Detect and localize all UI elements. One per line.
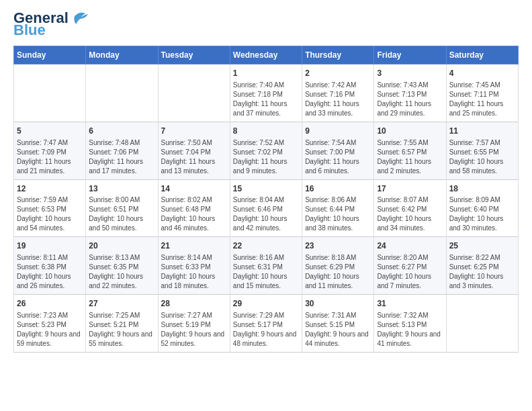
- day-number: 4: [449, 68, 515, 79]
- day-info: Sunrise: 7:55 AM Sunset: 6:57 PM Dayligh…: [377, 138, 443, 176]
- day-number: 24: [377, 240, 443, 252]
- day-info: Sunrise: 7:29 AM Sunset: 5:17 PM Dayligh…: [233, 311, 299, 349]
- day-number: 22: [233, 240, 299, 252]
- day-info: Sunrise: 7:32 AM Sunset: 5:13 PM Dayligh…: [377, 311, 443, 349]
- day-info: Sunrise: 7:43 AM Sunset: 7:13 PM Dayligh…: [377, 81, 443, 118]
- day-number: 1: [233, 68, 299, 79]
- day-cell: [14, 64, 86, 122]
- day-info: Sunrise: 7:23 AM Sunset: 5:23 PM Dayligh…: [17, 311, 83, 349]
- day-cell: 13Sunrise: 8:00 AM Sunset: 6:51 PM Dayli…: [86, 179, 158, 237]
- day-info: Sunrise: 7:54 AM Sunset: 7:00 PM Dayligh…: [305, 138, 371, 176]
- day-number: 21: [161, 240, 227, 252]
- day-info: Sunrise: 7:57 AM Sunset: 6:55 PM Dayligh…: [449, 138, 515, 176]
- day-cell: [158, 64, 230, 122]
- day-number: 26: [17, 298, 83, 310]
- week-row-3: 12Sunrise: 7:59 AM Sunset: 6:53 PM Dayli…: [14, 179, 519, 237]
- day-number: 27: [89, 298, 154, 310]
- day-cell: 29Sunrise: 7:29 AM Sunset: 5:17 PM Dayli…: [230, 295, 302, 353]
- week-row-2: 5Sunrise: 7:47 AM Sunset: 7:09 PM Daylig…: [14, 122, 519, 179]
- day-cell: 6Sunrise: 7:48 AM Sunset: 7:06 PM Daylig…: [86, 122, 158, 179]
- column-header-tuesday: Tuesday: [158, 46, 230, 64]
- day-number: 15: [233, 183, 299, 195]
- day-number: 31: [377, 298, 443, 310]
- day-cell: 8Sunrise: 7:52 AM Sunset: 7:02 PM Daylig…: [230, 122, 302, 179]
- day-cell: 1Sunrise: 7:40 AM Sunset: 7:18 PM Daylig…: [230, 64, 302, 122]
- day-number: 28: [161, 298, 227, 310]
- header-row: SundayMondayTuesdayWednesdayThursdayFrid…: [14, 46, 519, 64]
- day-info: Sunrise: 8:09 AM Sunset: 6:40 PM Dayligh…: [449, 195, 515, 233]
- day-cell: 9Sunrise: 7:54 AM Sunset: 7:00 PM Daylig…: [302, 122, 374, 179]
- day-cell: 18Sunrise: 8:09 AM Sunset: 6:40 PM Dayli…: [446, 179, 518, 237]
- day-cell: 20Sunrise: 8:13 AM Sunset: 6:35 PM Dayli…: [86, 237, 158, 295]
- day-info: Sunrise: 8:16 AM Sunset: 6:31 PM Dayligh…: [233, 253, 299, 291]
- day-number: 19: [17, 240, 83, 252]
- day-cell: 12Sunrise: 7:59 AM Sunset: 6:53 PM Dayli…: [14, 179, 86, 237]
- day-cell: 22Sunrise: 8:16 AM Sunset: 6:31 PM Dayli…: [230, 237, 302, 295]
- day-number: 10: [377, 126, 443, 137]
- day-info: Sunrise: 7:27 AM Sunset: 5:19 PM Dayligh…: [161, 311, 227, 349]
- logo: General Blue: [13, 11, 89, 38]
- day-cell: [446, 295, 518, 353]
- day-info: Sunrise: 8:04 AM Sunset: 6:46 PM Dayligh…: [233, 195, 299, 233]
- column-header-monday: Monday: [86, 46, 158, 64]
- day-cell: 5Sunrise: 7:47 AM Sunset: 7:09 PM Daylig…: [14, 122, 86, 179]
- day-number: 29: [233, 298, 299, 310]
- day-info: Sunrise: 8:20 AM Sunset: 6:27 PM Dayligh…: [377, 253, 443, 291]
- day-number: 6: [89, 126, 154, 137]
- week-row-4: 19Sunrise: 8:11 AM Sunset: 6:38 PM Dayli…: [14, 237, 519, 295]
- day-number: 2: [305, 68, 371, 79]
- day-info: Sunrise: 8:13 AM Sunset: 6:35 PM Dayligh…: [89, 253, 154, 291]
- day-number: 3: [377, 68, 443, 79]
- day-cell: 7Sunrise: 7:50 AM Sunset: 7:04 PM Daylig…: [158, 122, 230, 179]
- day-number: 18: [449, 183, 515, 195]
- column-header-saturday: Saturday: [446, 46, 518, 64]
- day-number: 17: [377, 183, 443, 195]
- logo-blue: Blue: [13, 23, 46, 38]
- day-cell: 21Sunrise: 8:14 AM Sunset: 6:33 PM Dayli…: [158, 237, 230, 295]
- day-info: Sunrise: 8:11 AM Sunset: 6:38 PM Dayligh…: [17, 253, 83, 291]
- day-number: 25: [449, 240, 515, 252]
- day-cell: 25Sunrise: 8:22 AM Sunset: 6:25 PM Dayli…: [446, 237, 518, 295]
- day-number: 20: [89, 240, 154, 252]
- day-cell: 17Sunrise: 8:07 AM Sunset: 6:42 PM Dayli…: [374, 179, 446, 237]
- week-row-1: 1Sunrise: 7:40 AM Sunset: 7:18 PM Daylig…: [14, 64, 519, 122]
- column-header-wednesday: Wednesday: [230, 46, 302, 64]
- day-cell: 27Sunrise: 7:25 AM Sunset: 5:21 PM Dayli…: [86, 295, 158, 353]
- day-info: Sunrise: 7:59 AM Sunset: 6:53 PM Dayligh…: [17, 195, 83, 233]
- day-number: 9: [305, 126, 371, 137]
- week-row-5: 26Sunrise: 7:23 AM Sunset: 5:23 PM Dayli…: [14, 295, 519, 353]
- day-cell: 4Sunrise: 7:45 AM Sunset: 7:11 PM Daylig…: [446, 64, 518, 122]
- day-info: Sunrise: 8:14 AM Sunset: 6:33 PM Dayligh…: [161, 253, 227, 291]
- column-header-sunday: Sunday: [14, 46, 86, 64]
- day-number: 7: [161, 126, 227, 137]
- day-cell: 24Sunrise: 8:20 AM Sunset: 6:27 PM Dayli…: [374, 237, 446, 295]
- column-header-friday: Friday: [374, 46, 446, 64]
- day-cell: 10Sunrise: 7:55 AM Sunset: 6:57 PM Dayli…: [374, 122, 446, 179]
- day-number: 13: [89, 183, 154, 195]
- day-info: Sunrise: 7:52 AM Sunset: 7:02 PM Dayligh…: [233, 138, 299, 176]
- day-number: 11: [449, 126, 515, 137]
- day-info: Sunrise: 7:40 AM Sunset: 7:18 PM Dayligh…: [233, 81, 299, 118]
- day-cell: 28Sunrise: 7:27 AM Sunset: 5:19 PM Dayli…: [158, 295, 230, 353]
- day-info: Sunrise: 8:06 AM Sunset: 6:44 PM Dayligh…: [305, 195, 371, 233]
- day-info: Sunrise: 8:18 AM Sunset: 6:29 PM Dayligh…: [305, 253, 371, 291]
- day-cell: 16Sunrise: 8:06 AM Sunset: 6:44 PM Dayli…: [302, 179, 374, 237]
- day-cell: 2Sunrise: 7:42 AM Sunset: 7:16 PM Daylig…: [302, 64, 374, 122]
- day-cell: 14Sunrise: 8:02 AM Sunset: 6:48 PM Dayli…: [158, 179, 230, 237]
- day-info: Sunrise: 7:47 AM Sunset: 7:09 PM Dayligh…: [17, 138, 83, 176]
- day-number: 16: [305, 183, 371, 195]
- page-header: General Blue: [13, 11, 519, 38]
- calendar-table: SundayMondayTuesdayWednesdayThursdayFrid…: [13, 46, 519, 353]
- day-info: Sunrise: 8:02 AM Sunset: 6:48 PM Dayligh…: [161, 195, 227, 233]
- day-info: Sunrise: 7:50 AM Sunset: 7:04 PM Dayligh…: [161, 138, 227, 176]
- day-info: Sunrise: 8:07 AM Sunset: 6:42 PM Dayligh…: [377, 195, 443, 233]
- day-info: Sunrise: 7:42 AM Sunset: 7:16 PM Dayligh…: [305, 81, 371, 118]
- day-info: Sunrise: 7:25 AM Sunset: 5:21 PM Dayligh…: [89, 311, 154, 349]
- day-info: Sunrise: 8:22 AM Sunset: 6:25 PM Dayligh…: [449, 253, 515, 291]
- day-cell: 23Sunrise: 8:18 AM Sunset: 6:29 PM Dayli…: [302, 237, 374, 295]
- day-number: 30: [305, 298, 371, 310]
- day-cell: 31Sunrise: 7:32 AM Sunset: 5:13 PM Dayli…: [374, 295, 446, 353]
- day-number: 5: [17, 126, 83, 137]
- day-cell: 19Sunrise: 8:11 AM Sunset: 6:38 PM Dayli…: [14, 237, 86, 295]
- column-header-thursday: Thursday: [302, 46, 374, 64]
